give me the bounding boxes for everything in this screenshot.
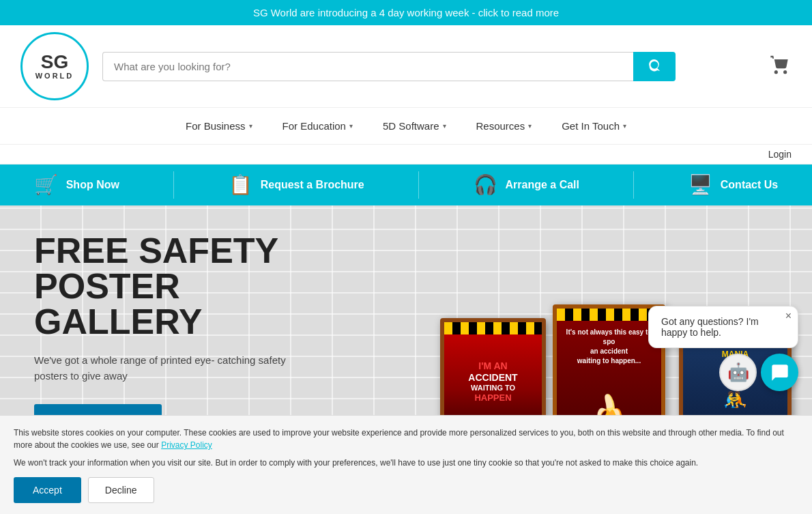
privacy-policy-link[interactable]: Privacy Policy (161, 440, 212, 450)
nav-for-business[interactable]: For Business ▾ (171, 108, 267, 144)
chat-bubble-wrap: × Got any questions? I'm happy to help. (648, 306, 798, 348)
arrange-call-label: Arrange a Call (506, 179, 579, 191)
email-action-icon: 🖥️ (688, 175, 712, 195)
cookie-text-2: We won't track your information when you… (14, 457, 798, 461)
nav-for-education[interactable]: For Education ▾ (267, 108, 368, 144)
chat-bubble: × Got any questions? I'm happy to help. (648, 306, 798, 348)
chat-widget: × Got any questions? I'm happy to help. … (648, 306, 798, 391)
login-row: Login (0, 145, 812, 165)
nav-5d-software-label: 5D Software (383, 120, 439, 132)
main-navigation: For Business ▾ For Education ▾ 5D Softwa… (0, 108, 812, 145)
logo-sg: SG (41, 53, 68, 72)
action-divider-3 (633, 171, 634, 199)
chat-icon (770, 363, 789, 382)
chevron-down-icon: ▾ (623, 122, 626, 130)
logo-circle: SG WORLD (20, 32, 89, 100)
nav-resources[interactable]: Resources ▾ (461, 108, 547, 144)
search-input[interactable] (102, 52, 633, 81)
brochure-action-icon: 📋 (229, 175, 252, 195)
logo[interactable]: SG WORLD (20, 32, 89, 100)
poster-2-stripe-top (557, 309, 661, 321)
chevron-down-icon: ▾ (249, 122, 252, 130)
search-form (102, 52, 676, 81)
contact-us-label: Contact Us (721, 179, 778, 191)
login-link[interactable]: Login (768, 149, 792, 160)
chat-avatar: 🤖 (719, 354, 757, 391)
phone-action-icon: 🎧 (474, 175, 497, 195)
contact-us-action[interactable]: 🖥️ Contact Us (675, 170, 792, 200)
top-announcement-banner[interactable]: SG World are introducing a 4 day working… (0, 0, 812, 25)
nav-get-in-touch[interactable]: Get In Touch ▾ (547, 108, 641, 144)
cookie-banner: This website stores cookies on your comp… (0, 415, 812, 461)
nav-for-education-label: For Education (282, 120, 346, 132)
search-button[interactable] (633, 52, 676, 81)
poster-2-text: It's not always this easy to spoan accid… (557, 321, 661, 373)
logo-world: WORLD (35, 72, 74, 80)
search-icon (647, 59, 662, 74)
cart-icon (770, 54, 792, 76)
nav-get-in-touch-label: Get In Touch (562, 120, 620, 132)
action-divider-1 (173, 171, 174, 199)
shop-now-action[interactable]: 🛒 Shop Now (20, 170, 133, 200)
cart-action-icon: 🛒 (34, 175, 58, 195)
site-header: SG WORLD (0, 25, 812, 108)
chat-open-button[interactable] (761, 354, 798, 391)
poster-stripe-top (444, 322, 542, 334)
arrange-call-action[interactable]: 🎧 Arrange a Call (460, 170, 593, 200)
cookie-text-1: This website stores cookies on your comp… (14, 427, 798, 451)
hero-title: FREE SAFETY POSTER GALLERY (34, 233, 321, 339)
poster-1-main-text: I'm an Accident waiting to happen (468, 360, 517, 403)
cookie-text-main: This website stores cookies on your comp… (14, 428, 784, 450)
chevron-down-icon: ▾ (443, 122, 446, 130)
nav-5d-software[interactable]: 5D Software ▾ (368, 108, 461, 144)
banner-text: SG World are introducing a 4 day working… (253, 7, 559, 18)
request-brochure-action[interactable]: 📋 Request a Brochure (215, 170, 378, 200)
close-icon[interactable]: × (785, 310, 792, 322)
request-brochure-label: Request a Brochure (261, 179, 364, 191)
hero-subtitle: We've got a whole range of printed eye- … (34, 353, 321, 384)
shop-now-label: Shop Now (66, 179, 119, 191)
action-bar: 🛒 Shop Now 📋 Request a Brochure 🎧 Arrang… (0, 165, 812, 205)
chevron-down-icon: ▾ (528, 122, 532, 130)
chat-bubble-text: Got any questions? I'm happy to help. (661, 316, 759, 338)
nav-resources-label: Resources (476, 120, 525, 132)
cart-icon-wrap[interactable] (770, 54, 792, 78)
chat-bottom-row: 🤖 (719, 354, 798, 391)
chevron-down-icon: ▾ (349, 122, 353, 130)
avatar-icon: 🤖 (727, 362, 749, 383)
action-divider-2 (418, 171, 419, 199)
nav-for-business-label: For Business (186, 120, 246, 132)
